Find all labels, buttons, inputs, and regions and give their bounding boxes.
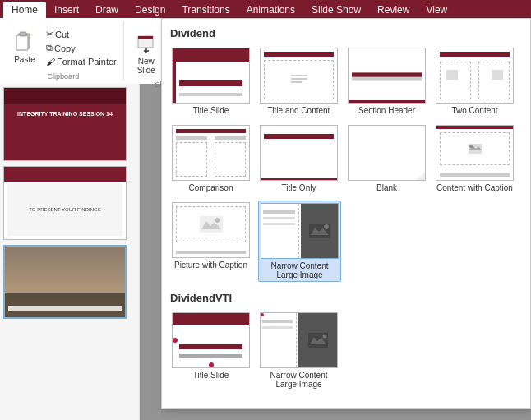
layout-thumb-vti-title — [172, 312, 250, 368]
tab-animations[interactable]: Animations — [238, 2, 303, 18]
paste-label: Paste — [14, 55, 35, 64]
layout-thumb-narrow-content — [261, 203, 339, 259]
layout-thumb-picture-caption — [172, 202, 250, 258]
layout-label-title-only: Title Only — [282, 183, 316, 192]
tab-transitions[interactable]: Transitions — [173, 2, 238, 18]
ribbon: Home Insert Draw Design Transitions Anim… — [0, 0, 531, 84]
ribbon-tab-bar: Home Insert Draw Design Transitions Anim… — [0, 0, 531, 18]
layout-thumb-title-slide — [172, 48, 250, 104]
tab-draw[interactable]: Draw — [87, 2, 127, 18]
layout-item-title-slide[interactable]: Title Slide — [170, 46, 252, 117]
layout-grid-section2: Title Slide Narrow Content Large Image — [170, 311, 522, 390]
cut-icon: ✂ — [46, 29, 53, 39]
layout-label-content-caption: Content with Caption — [436, 183, 513, 192]
tab-slideshow[interactable]: Slide Show — [303, 2, 369, 18]
copy-label: Copy — [54, 44, 76, 53]
layout-label-vti-narrow: Narrow Content Large Image — [260, 371, 338, 389]
layout-item-blank[interactable]: Blank — [346, 123, 427, 194]
layout-item-title-content[interactable]: Title and Content — [258, 46, 339, 117]
clipboard-group-label: Clipboard — [8, 72, 118, 81]
cut-label: Cut — [55, 30, 69, 39]
layout-item-section-header[interactable]: Section Header — [346, 46, 427, 117]
new-slide-label: New Slide — [137, 57, 155, 75]
layout-label-title-slide: Title Slide — [193, 106, 229, 115]
slide-preview-2: TO PRESENT YOUR FINDINGS — [3, 166, 127, 240]
svg-point-22 — [215, 218, 220, 223]
slide-thumb-1[interactable]: 1 INTEGRITY TRAINING SESSION 14 — [3, 87, 136, 161]
svg-point-25 — [324, 224, 329, 229]
layout-thumb-two-content — [436, 48, 514, 104]
tab-insert[interactable]: Insert — [46, 2, 87, 18]
layout-dropdown-panel: Dividend Title Slide — [161, 18, 531, 409]
svg-rect-4 — [138, 36, 153, 39]
layout-grid-section1: Title Slide Title and Content — [170, 46, 522, 282]
copy-button[interactable]: ⧉ Copy — [44, 42, 118, 54]
svg-rect-2 — [20, 32, 26, 36]
layout-label-title-content: Title and Content — [268, 106, 330, 115]
slide-preview-1: INTEGRITY TRAINING SESSION 14 — [3, 87, 127, 161]
layout-label-two-content: Two Content — [451, 106, 497, 115]
tab-home[interactable]: Home — [3, 2, 46, 18]
svg-rect-15 — [291, 78, 307, 80]
layout-item-two-content[interactable]: Two Content — [434, 46, 515, 117]
layout-thumb-comparison — [172, 125, 250, 181]
svg-rect-16 — [291, 81, 302, 83]
svg-rect-1 — [16, 35, 28, 50]
tab-review[interactable]: Review — [369, 2, 418, 18]
slide-panel: 1 INTEGRITY TRAINING SESSION 14 2 TO PRE… — [0, 84, 140, 420]
format-painter-button[interactable]: 🖌 Format Painter — [44, 56, 118, 67]
paste-icon — [12, 29, 38, 55]
layout-label-comparison: Comparison — [189, 183, 233, 192]
layout-section1-title: Dividend — [170, 27, 522, 39]
svg-point-28 — [322, 335, 326, 339]
slide-thumb-3[interactable]: 3 — [3, 245, 136, 319]
layout-label-narrow-content: Narrow Content Large Image — [261, 261, 339, 279]
layout-item-comparison[interactable]: Comparison — [170, 123, 252, 194]
layout-item-vti-narrow[interactable]: Narrow Content Large Image — [258, 311, 339, 390]
layout-label-section-header: Section Header — [358, 106, 415, 115]
layout-item-vti-title[interactable]: Title Slide — [170, 311, 252, 390]
layout-thumb-title-only — [260, 125, 338, 181]
layout-label-vti-title: Title Slide — [193, 371, 229, 380]
format-painter-icon: 🖌 — [46, 57, 55, 67]
layout-thumb-section-header — [348, 48, 426, 104]
layout-thumb-title-content — [260, 48, 338, 104]
layout-thumb-blank — [348, 125, 426, 181]
new-slide-icon — [133, 30, 159, 57]
layout-thumb-content-caption — [436, 125, 514, 181]
layout-item-title-only[interactable]: Title Only — [258, 123, 339, 194]
tab-design[interactable]: Design — [127, 2, 173, 18]
svg-point-19 — [469, 145, 473, 148]
copy-icon: ⧉ — [46, 43, 53, 53]
layout-label-picture-caption: Picture with Caption — [174, 261, 247, 270]
cut-button[interactable]: ✂ Cut — [44, 28, 118, 40]
paste-button[interactable]: Paste — [8, 26, 41, 67]
layout-item-picture-caption[interactable]: Picture with Caption — [170, 201, 252, 282]
layout-label-blank: Blank — [376, 183, 397, 192]
format-painter-label: Format Painter — [57, 57, 117, 67]
tab-view[interactable]: View — [418, 2, 455, 18]
layout-thumb-vti-narrow — [260, 312, 338, 368]
layout-item-content-caption[interactable]: Content with Caption — [434, 123, 515, 194]
svg-rect-14 — [291, 75, 307, 76]
layout-section2-title: DividendVTI — [170, 292, 522, 304]
slide-preview-3 — [3, 245, 127, 319]
layout-item-narrow-content[interactable]: Narrow Content Large Image — [258, 201, 341, 282]
slide-thumb-2[interactable]: 2 TO PRESENT YOUR FINDINGS — [3, 166, 136, 240]
new-slide-button[interactable]: New Slide — [129, 25, 164, 81]
